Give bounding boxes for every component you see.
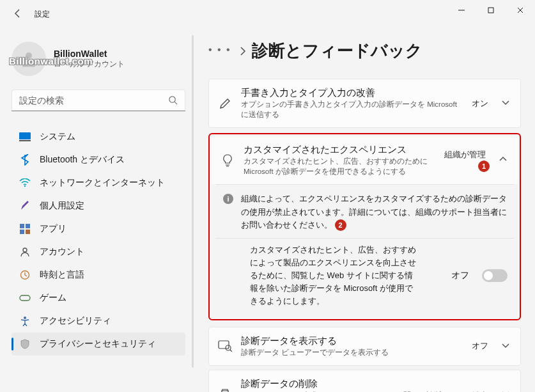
shield-icon (19, 338, 31, 350)
apps-icon (19, 223, 31, 235)
nav-label: アプリ (40, 223, 66, 235)
main-content: • • • 診断とフィードバック 手書き入力とタイプ入力の改善 オプションの手書… (192, 28, 535, 392)
breadcrumb-more[interactable]: • • • (208, 44, 231, 58)
annotation-badge-1: 1 (478, 161, 490, 172)
panel-desc: 診断データ ビューアーでデータを表示する (241, 347, 463, 357)
maximize-button[interactable] (476, 0, 506, 20)
person-icon (19, 246, 31, 258)
svg-rect-6 (20, 224, 24, 228)
nav-label: アカウント (40, 246, 84, 258)
account-block[interactable]: Billionwallet.com BillionWallet ローカル アカウ… (12, 40, 185, 78)
panel-desc: オプションの手書き入力とタイプ入力の診断データを Microsoft に送信する (241, 99, 463, 120)
svg-rect-12 (20, 295, 30, 301)
panel-title: カスタマイズされたエクスペリエンス (244, 144, 435, 156)
svg-point-10 (23, 248, 27, 252)
sidebar-item-time[interactable]: 時刻と言語 (12, 263, 185, 286)
window-title: 設定 (35, 9, 50, 20)
system-icon (19, 131, 31, 143)
svg-rect-4 (19, 140, 31, 141)
sidebar-item-gaming[interactable]: ゲーム (12, 286, 185, 310)
search-field[interactable] (19, 95, 168, 106)
chevron-down-icon (501, 389, 510, 392)
svg-rect-0 (488, 8, 493, 13)
sidebar-item-accessibility[interactable]: アクセシビリティ (12, 310, 185, 333)
nav-label: プライバシーとセキュリティ (40, 338, 156, 350)
nav: システム Bluetooth とデバイス ネットワークとインターネット 個人用設… (12, 125, 185, 392)
bluetooth-icon (19, 154, 31, 166)
watermark: Billionwallet.com (9, 56, 93, 67)
chevron-right-icon (239, 46, 247, 56)
panel-inking[interactable]: 手書き入力とタイプ入力の改善 オプションの手書き入力とタイプ入力の診断データを … (208, 79, 521, 128)
search-icon (168, 95, 178, 105)
org-info-text: 組織によって、エクスペリエンスをカスタマイズするための診断データの使用が禁止され… (241, 194, 507, 229)
svg-rect-7 (26, 224, 30, 228)
panel-desc: カスタマイズされたヒント、広告、おすすめのために Microsoft が診断デー… (244, 156, 435, 176)
brush-icon (19, 200, 31, 212)
svg-rect-8 (20, 230, 24, 234)
info-icon: i (223, 194, 233, 204)
sidebar-item-accounts[interactable]: アカウント (12, 240, 185, 263)
sidebar-item-apps[interactable]: アプリ (12, 217, 185, 240)
pencil-icon (218, 97, 232, 110)
data-view-icon (218, 340, 232, 352)
nav-label: 個人用設定 (40, 200, 84, 212)
svg-point-5 (24, 185, 26, 187)
tailored-toggle[interactable] (482, 269, 508, 282)
panel-desc: Microsoft によって収集された、このデバイスに関する診断データを消去しま… (241, 390, 492, 392)
chevron-down-icon (501, 341, 510, 352)
org-info-row: i 組織によって、エクスペリエンスをカスタマイズするための診断データの使用が禁止… (212, 185, 518, 237)
panel-title: 手書き入力とタイプ入力の改善 (241, 87, 463, 99)
toggle-label: オフ (451, 270, 469, 281)
search-input[interactable] (12, 90, 185, 111)
nav-label: アクセシビリティ (40, 315, 111, 327)
nav-label: システム (40, 131, 75, 143)
panel-status: オフ (472, 340, 488, 352)
sidebar-item-network[interactable]: ネットワークとインターネット (12, 171, 185, 194)
tailored-detail-text: カスタマイズされたヒント、広告、おすすめによって製品のエクスペリエンスを向上させ… (250, 244, 416, 308)
sidebar-item-personalization[interactable]: 個人用設定 (12, 194, 185, 217)
svg-point-13 (24, 317, 26, 319)
sidebar-scrollbar[interactable] (192, 35, 194, 368)
panel-tailored-group: カスタマイズされたエクスペリエンス カスタマイズされたヒント、広告、おすすめのた… (208, 133, 521, 320)
annotation-badge-2: 2 (335, 219, 346, 231)
minimize-button[interactable] (447, 0, 476, 20)
panel-tailored[interactable]: カスタマイズされたエクスペリエンス カスタマイズされたヒント、広告、おすすめのた… (212, 136, 518, 184)
nav-label: ゲーム (40, 292, 66, 304)
svg-point-2 (169, 97, 175, 102)
chevron-down-icon (501, 98, 510, 109)
nav-label: Bluetooth とデバイス (40, 154, 125, 166)
svg-rect-3 (19, 132, 31, 139)
sidebar-item-system[interactable]: システム (12, 125, 185, 148)
nav-label: 時刻と言語 (40, 269, 84, 281)
sidebar: Billionwallet.com BillionWallet ローカル アカウ… (0, 28, 192, 392)
gaming-icon (19, 292, 31, 304)
panel-status: 組織が管理 (444, 149, 486, 161)
panel-title: 診断データを表示する (241, 335, 463, 347)
close-button[interactable] (506, 0, 535, 20)
svg-rect-9 (26, 230, 30, 234)
wifi-icon (19, 177, 31, 189)
sidebar-item-bluetooth[interactable]: Bluetooth とデバイス (12, 148, 185, 171)
chevron-up-icon (499, 155, 508, 166)
svg-rect-14 (219, 341, 229, 349)
lightbulb-icon (221, 153, 235, 168)
sidebar-item-privacy[interactable]: プライバシーとセキュリティ (12, 333, 185, 356)
page-title: 診断とフィードバック (252, 40, 423, 62)
trash-icon (218, 388, 232, 392)
svg-point-15 (226, 345, 231, 350)
nav-label: ネットワークとインターネット (40, 177, 165, 189)
clock-icon (19, 269, 31, 281)
panel-title: 診断データの削除 (241, 378, 492, 390)
tailored-detail-row: カスタマイズされたヒント、広告、おすすめによって製品のエクスペリエンスを向上させ… (212, 239, 518, 317)
panel-delete-data[interactable]: 診断データの削除 Microsoft によって収集された、このデバイスに関する診… (208, 370, 521, 392)
panel-status: オン (472, 98, 488, 109)
accessibility-icon (19, 315, 31, 327)
back-button[interactable] (13, 8, 24, 20)
panel-view-data[interactable]: 診断データを表示する 診断データ ビューアーでデータを表示する オフ (208, 327, 521, 366)
breadcrumb: • • • 診断とフィードバック (208, 40, 521, 62)
